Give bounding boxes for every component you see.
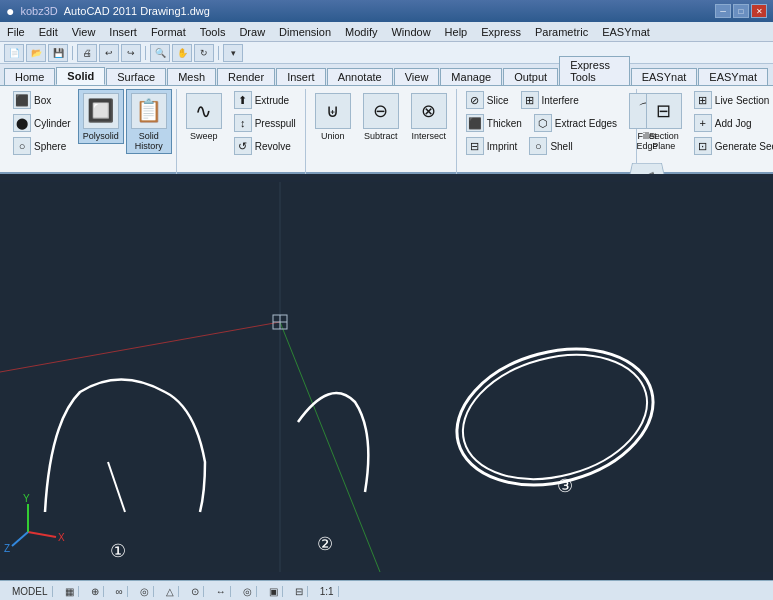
tb-pan[interactable]: ✋ (172, 44, 192, 62)
status-model[interactable]: MODEL (8, 586, 53, 597)
presspull-icon: ↕ (234, 114, 252, 132)
btn-subtract[interactable]: ⊖ Subtract (358, 89, 404, 144)
intersect-icon: ⊗ (411, 93, 447, 129)
ribbon-tab-render[interactable]: Render (217, 68, 275, 85)
tb-sep-2 (145, 46, 146, 60)
menu-insert[interactable]: Insert (102, 24, 144, 40)
btn-union[interactable]: ⊎ Union (310, 89, 356, 144)
tb-sep-3 (218, 46, 219, 60)
tb-save[interactable]: 💾 (48, 44, 68, 62)
btn-interfere[interactable]: ⊞ Interfere (516, 89, 584, 111)
btn-add-jog[interactable]: + Add Jog (689, 112, 773, 134)
btn-presspull-label: Presspull (255, 118, 296, 129)
close-btn[interactable]: ✕ (751, 4, 767, 18)
btn-shell[interactable]: ○ Shell (524, 135, 577, 157)
solid-history-icon: 📋 (131, 93, 167, 129)
extract-edges-icon: ⬡ (534, 114, 552, 132)
status-snap[interactable]: ⊕ (87, 586, 104, 597)
btn-cylinder[interactable]: ⬤ Cylinder (8, 112, 76, 134)
tb-orbit[interactable]: ↻ (194, 44, 214, 62)
polysolid-icon: 🔲 (83, 93, 119, 129)
menu-edit[interactable]: Edit (32, 24, 65, 40)
thicken-icon: ⬛ (466, 114, 484, 132)
menu-help[interactable]: Help (438, 24, 475, 40)
status-otrack[interactable]: ⊙ (187, 586, 204, 597)
status-grid[interactable]: ▦ (61, 586, 79, 597)
menu-view[interactable]: View (65, 24, 103, 40)
btn-subtract-label: Subtract (364, 131, 398, 141)
imprint-icon: ⊟ (466, 137, 484, 155)
btn-polysolid-label: Polysolid (83, 131, 119, 141)
btn-imprint-label: Imprint (487, 141, 518, 152)
subtract-icon: ⊖ (363, 93, 399, 129)
ribbon-tab-surface[interactable]: Surface (106, 68, 166, 85)
btn-cylinder-label: Cylinder (34, 118, 71, 129)
menu-easymat[interactable]: EASYmat (595, 24, 657, 40)
btn-sweep[interactable]: ∿ Sweep (181, 89, 227, 144)
btn-thicken-label: Thicken (487, 118, 522, 129)
minimize-btn[interactable]: ─ (715, 4, 731, 18)
btn-section-plane-label: Section Plane (644, 131, 684, 151)
tb-print[interactable]: 🖨 (77, 44, 97, 62)
ribbon-tab-easynat[interactable]: EASYnat (631, 68, 698, 85)
ribbon-tab-view[interactable]: View (394, 68, 440, 85)
btn-extract-edges[interactable]: ⬡ Extract Edges (529, 112, 622, 134)
ribbon-tab-express[interactable]: Express Tools (559, 56, 630, 85)
btn-section-plane[interactable]: ⊟ Section Plane (641, 89, 687, 154)
ribbon-tab-manage[interactable]: Manage (440, 68, 502, 85)
tb-new[interactable]: 📄 (4, 44, 24, 62)
btn-extrude[interactable]: ⬆ Extrude (229, 89, 301, 111)
drawing-canvas[interactable]: ① ② ③ X Y Z (0, 174, 773, 580)
menu-draw[interactable]: Draw (232, 24, 272, 40)
btn-polysolid[interactable]: 🔲 Polysolid (78, 89, 124, 144)
status-lweight[interactable]: ▣ (265, 586, 283, 597)
btn-revolve[interactable]: ↺ Revolve (229, 135, 301, 157)
status-polar[interactable]: ◎ (136, 586, 154, 597)
tb-open[interactable]: 📂 (26, 44, 46, 62)
menu-parametric[interactable]: Parametric (528, 24, 595, 40)
status-dyn[interactable]: ◎ (239, 586, 257, 597)
status-ortho[interactable]: ∞ (112, 586, 128, 597)
status-tmodel[interactable]: ⊟ (291, 586, 308, 597)
btn-live-section[interactable]: ⊞ Live Section (689, 89, 773, 111)
btn-box[interactable]: ⬛ Box (8, 89, 76, 111)
sphere-icon: ○ (13, 137, 31, 155)
tb-zoom[interactable]: 🔍 (150, 44, 170, 62)
menu-file[interactable]: File (0, 24, 32, 40)
ribbon-tab-home[interactable]: Home (4, 68, 55, 85)
tb-undo[interactable]: ↩ (99, 44, 119, 62)
menu-format[interactable]: Format (144, 24, 193, 40)
btn-thicken[interactable]: ⬛ Thicken (461, 112, 527, 134)
menu-tools[interactable]: Tools (193, 24, 233, 40)
status-osnap[interactable]: △ (162, 586, 179, 597)
ribbon-tab-solid[interactable]: Solid (56, 67, 105, 85)
btn-presspull[interactable]: ↕ Presspull (229, 112, 301, 134)
ribbon-tab-annotate[interactable]: Annotate (327, 68, 393, 85)
status-ducs[interactable]: ↔ (212, 586, 231, 597)
btn-generate-section[interactable]: ⊡ Generate Section (689, 135, 773, 157)
menu-modify[interactable]: Modify (338, 24, 384, 40)
window-title: AutoCAD 2011 Drawing1.dwg (64, 5, 210, 17)
menu-dimension[interactable]: Dimension (272, 24, 338, 40)
ribbon-tab-output[interactable]: Output (503, 68, 558, 85)
maximize-btn[interactable]: □ (733, 4, 749, 18)
menu-window[interactable]: Window (384, 24, 437, 40)
extrude-icon: ⬆ (234, 91, 252, 109)
tb-redo[interactable]: ↪ (121, 44, 141, 62)
btn-union-label: Union (321, 131, 345, 141)
btn-interfere-label: Interfere (542, 95, 579, 106)
canvas-area[interactable]: ① ② ③ X Y Z (0, 174, 773, 580)
sweep-icon: ∿ (186, 93, 222, 129)
ribbon-tab-mesh[interactable]: Mesh (167, 68, 216, 85)
btn-intersect[interactable]: ⊗ Intersect (406, 89, 452, 144)
tb-extra[interactable]: ▾ (223, 44, 243, 62)
menu-express[interactable]: Express (474, 24, 528, 40)
ribbon-tab-easymat[interactable]: EASYmat (698, 68, 768, 85)
btn-sweep-label: Sweep (190, 131, 218, 141)
tb-sep-1 (72, 46, 73, 60)
btn-sphere[interactable]: ○ Sphere (8, 135, 76, 157)
btn-slice[interactable]: ⊘ Slice (461, 89, 514, 111)
btn-solid-history[interactable]: 📋 Solid History (126, 89, 172, 154)
ribbon-tab-insert[interactable]: Insert (276, 68, 326, 85)
btn-imprint[interactable]: ⊟ Imprint (461, 135, 523, 157)
